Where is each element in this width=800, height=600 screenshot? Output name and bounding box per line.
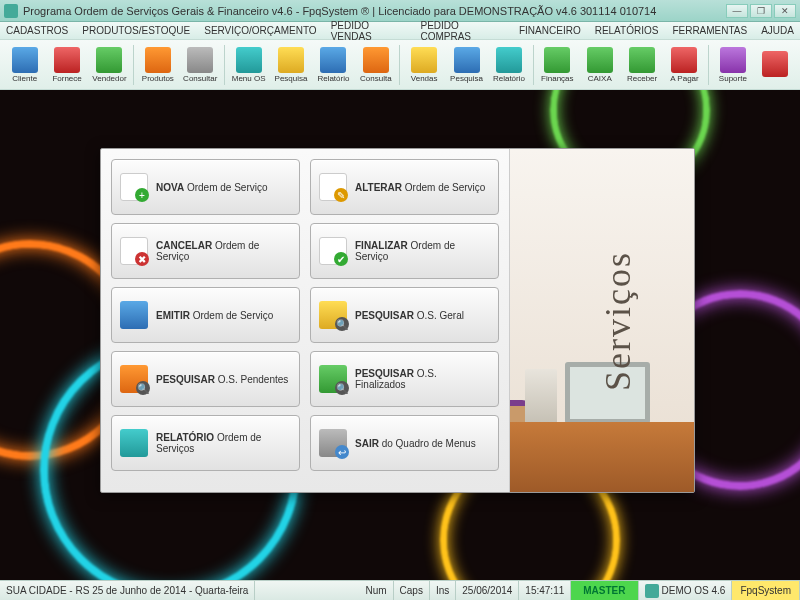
toolbar-icon	[720, 47, 746, 73]
panel-button-icon: 🔍	[120, 365, 148, 393]
panel-button[interactable]: 🔍PESQUISAR O.S. Geral	[310, 287, 499, 343]
toolbar-pesquisa[interactable]: Pesquisa	[270, 42, 311, 88]
panel-button[interactable]: 🔍PESQUISAR O.S. Finalizados	[310, 351, 499, 407]
status-user: MASTER	[571, 581, 638, 600]
menu-item[interactable]: CADASTROS	[6, 25, 68, 36]
panel-button-icon: ↩	[319, 429, 347, 457]
menu-item[interactable]: AJUDA	[761, 25, 794, 36]
toolbar-cliente[interactable]: Cliente	[4, 42, 45, 88]
panel-button-icon: ✖	[120, 237, 148, 265]
toolbar-separator	[224, 45, 225, 85]
toolbar-label: Fornece	[52, 74, 81, 83]
menu-item[interactable]: PRODUTOS/ESTOQUE	[82, 25, 190, 36]
toolbar-vendas[interactable]: Vendas	[403, 42, 444, 88]
toolbar-label: Finanças	[541, 74, 573, 83]
panel-button[interactable]: ↩SAIR do Quadro de Menus	[310, 415, 499, 471]
illustration-desk	[510, 422, 694, 492]
toolbar-icon	[496, 47, 522, 73]
panel-button[interactable]: EMITIR Ordem de Serviço	[111, 287, 300, 343]
toolbar-caixa[interactable]: CAIXA	[579, 42, 620, 88]
toolbar-icon	[236, 47, 262, 73]
toolbar-produtos[interactable]: Produtos	[137, 42, 178, 88]
panel-button[interactable]: ✖CANCELAR Ordem de Serviço	[111, 223, 300, 279]
status-location: SUA CIDADE - RS 25 de Junho de 2014 - Qu…	[0, 581, 255, 600]
toolbar-consultar[interactable]: Consultar	[180, 42, 221, 88]
panel-button-label: PESQUISAR O.S. Finalizados	[355, 368, 490, 390]
menu-item[interactable]: FINANCEIRO	[519, 25, 581, 36]
panel-button-icon	[120, 301, 148, 329]
panel-button-icon: 🔍	[319, 301, 347, 329]
toolbar-label: Pesquisa	[450, 74, 483, 83]
toolbar-fornece[interactable]: Fornece	[46, 42, 87, 88]
toolbar-separator	[399, 45, 400, 85]
toolbar-label: Relatório	[493, 74, 525, 83]
toolbar-suporte[interactable]: Suporte	[712, 42, 753, 88]
panel-button-label: FINALIZAR Ordem de Serviço	[355, 240, 490, 262]
close-button[interactable]: ✕	[774, 4, 796, 18]
toolbar-menu os[interactable]: Menu OS	[228, 42, 269, 88]
panel-button-icon	[120, 429, 148, 457]
services-panel: +NOVA Ordem de Serviço✎ALTERAR Ordem de …	[100, 148, 695, 493]
toolbar-icon	[145, 47, 171, 73]
toolbar-label: Receber	[627, 74, 657, 83]
toolbar-vendedor[interactable]: Vendedor	[89, 42, 130, 88]
menu-item[interactable]: PEDIDO COMPRAS	[420, 20, 505, 42]
menu-item[interactable]: SERVIÇO/ORÇAMENTO	[204, 25, 316, 36]
panel-button-icon: ✎	[319, 173, 347, 201]
toolbar-label: Menu OS	[232, 74, 266, 83]
status-num: Num	[359, 581, 393, 600]
minimize-button[interactable]: —	[726, 4, 748, 18]
panel-button-label: SAIR do Quadro de Menus	[355, 438, 476, 449]
toolbar-label: Vendedor	[92, 74, 126, 83]
toolbar-icon	[629, 47, 655, 73]
menu-item[interactable]: RELATÓRIOS	[595, 25, 659, 36]
status-time: 15:47:11	[519, 581, 571, 600]
panel-button-label: CANCELAR Ordem de Serviço	[156, 240, 291, 262]
panel-button-label: ALTERAR Ordem de Serviço	[355, 182, 485, 193]
status-db: DEMO OS 4.6	[639, 581, 733, 600]
panel-button[interactable]: ✔FINALIZAR Ordem de Serviço	[310, 223, 499, 279]
toolbar-icon	[320, 47, 346, 73]
panel-illustration: Serviços	[509, 149, 694, 492]
toolbar-icon	[544, 47, 570, 73]
toolbar-relatório[interactable]: Relatório	[488, 42, 529, 88]
db-icon	[645, 584, 659, 598]
status-brand[interactable]: FpqSystem	[732, 581, 800, 600]
illustration-cpu	[525, 369, 557, 424]
toolbar-label: Vendas	[411, 74, 438, 83]
toolbar-consulta[interactable]: Consulta	[355, 42, 396, 88]
panel-button[interactable]: 🔍PESQUISAR O.S. Pendentes	[111, 351, 300, 407]
menu-bar: CADASTROSPRODUTOS/ESTOQUESERVIÇO/ORÇAMEN…	[0, 22, 800, 40]
toolbar-pesquisa[interactable]: Pesquisa	[446, 42, 487, 88]
panel-button[interactable]: ✎ALTERAR Ordem de Serviço	[310, 159, 499, 215]
toolbar-finanças[interactable]: Finanças	[537, 42, 578, 88]
maximize-button[interactable]: ❐	[750, 4, 772, 18]
toolbar-icon	[187, 47, 213, 73]
toolbar-icon	[762, 51, 788, 77]
panel-button-icon: ✔	[319, 237, 347, 265]
status-bar: SUA CIDADE - RS 25 de Junho de 2014 - Qu…	[0, 580, 800, 600]
panel-button-label: PESQUISAR O.S. Geral	[355, 310, 464, 321]
panel-button-icon: +	[120, 173, 148, 201]
panel-button-label: RELATÓRIO Ordem de Serviços	[156, 432, 291, 454]
toolbar-label: Suporte	[719, 74, 747, 83]
panel-button[interactable]: RELATÓRIO Ordem de Serviços	[111, 415, 300, 471]
toolbar-a pagar[interactable]: A Pagar	[664, 42, 705, 88]
toolbar-icon	[411, 47, 437, 73]
menu-item[interactable]: FERRAMENTAS	[672, 25, 747, 36]
menu-item[interactable]: PEDIDO VENDAS	[331, 20, 407, 42]
status-caps: Caps	[394, 581, 430, 600]
toolbar-icon	[587, 47, 613, 73]
panel-button-label: NOVA Ordem de Serviço	[156, 182, 268, 193]
toolbar-label: Consultar	[183, 74, 217, 83]
panel-button[interactable]: +NOVA Ordem de Serviço	[111, 159, 300, 215]
status-date: 25/06/2014	[456, 581, 519, 600]
toolbar-icon	[363, 47, 389, 73]
toolbar-icon	[54, 47, 80, 73]
toolbar-exit[interactable]	[755, 42, 796, 88]
toolbar-label: Consulta	[360, 74, 392, 83]
toolbar-receber[interactable]: Receber	[621, 42, 662, 88]
toolbar-relatório[interactable]: Relatório	[313, 42, 354, 88]
toolbar-icon	[671, 47, 697, 73]
panel-button-label: PESQUISAR O.S. Pendentes	[156, 374, 288, 385]
